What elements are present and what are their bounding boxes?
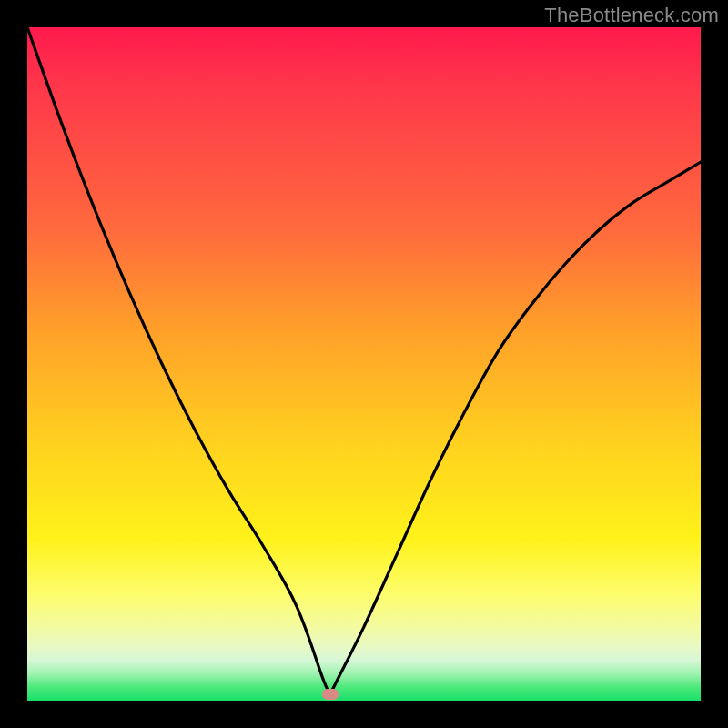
chart-frame: TheBottleneck.com [0, 0, 728, 728]
watermark-text: TheBottleneck.com [544, 4, 719, 27]
optimum-marker [322, 689, 339, 700]
curve-path [27, 27, 701, 694]
plot-area [27, 27, 701, 701]
bottleneck-curve [27, 27, 701, 701]
